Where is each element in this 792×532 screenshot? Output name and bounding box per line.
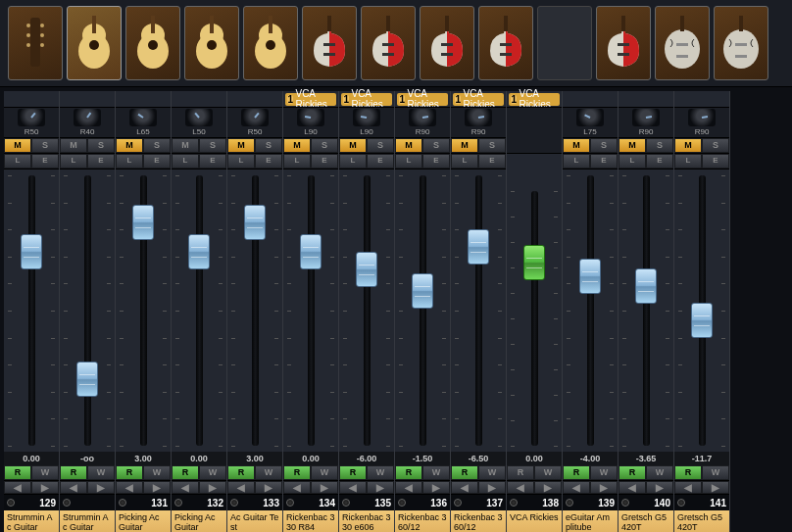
listen-button[interactable]: L <box>60 154 87 169</box>
mute-button[interactable]: M <box>674 138 702 153</box>
fader-track[interactable] <box>643 175 650 446</box>
fader-track[interactable] <box>140 175 147 446</box>
prev-button[interactable]: ◀ <box>4 481 31 494</box>
fader-track[interactable] <box>364 175 371 446</box>
read-button[interactable]: R <box>60 465 87 480</box>
next-button[interactable]: ▶ <box>31 481 59 494</box>
pan-knob[interactable]: .channel:nth-child(11) .knob::after{tran… <box>576 109 604 126</box>
solo-button[interactable]: S <box>31 138 59 153</box>
fader-cap[interactable] <box>300 234 322 269</box>
prev-button[interactable]: ◀ <box>674 481 702 494</box>
fader-cap[interactable] <box>635 268 657 304</box>
solo-button[interactable]: S <box>422 138 450 153</box>
fader-track[interactable] <box>196 175 203 446</box>
mute-button[interactable]: M <box>4 138 31 153</box>
fader-track[interactable] <box>252 175 259 446</box>
prev-button[interactable]: ◀ <box>60 481 87 494</box>
listen-button[interactable]: L <box>674 154 702 169</box>
listen-button[interactable]: L <box>227 154 255 169</box>
next-button[interactable]: ▶ <box>646 481 673 494</box>
record-dot-icon[interactable] <box>286 499 294 507</box>
mute-button[interactable]: M <box>283 138 311 153</box>
record-dot-icon[interactable] <box>621 499 629 507</box>
next-button[interactable]: ▶ <box>478 481 506 494</box>
next-button[interactable]: ▶ <box>534 481 562 494</box>
record-dot-icon[interactable] <box>398 499 406 507</box>
write-button[interactable]: W <box>311 465 338 480</box>
edit-button[interactable]: E <box>31 154 59 169</box>
record-dot-icon[interactable] <box>510 499 518 507</box>
edit-button[interactable]: E <box>702 154 729 169</box>
channel-name[interactable]: Ac Guitar Test <box>227 510 282 532</box>
instrument-thumb[interactable] <box>714 6 768 80</box>
record-dot-icon[interactable] <box>566 499 573 507</box>
instrument-thumb[interactable] <box>243 6 298 80</box>
channel-name[interactable]: Rickenbac 330 e606 <box>339 510 394 532</box>
pan-knob[interactable]: .channel:nth-child(7) .knob::after{trans… <box>353 109 380 126</box>
prev-button[interactable]: ◀ <box>563 481 590 494</box>
channel-name[interactable]: Strummin Ac Guitar <box>4 510 59 532</box>
fader-cap[interactable] <box>188 234 210 269</box>
read-button[interactable]: R <box>172 465 199 480</box>
instrument-thumb[interactable] <box>596 6 651 80</box>
listen-button[interactable]: L <box>619 154 646 169</box>
write-button[interactable]: W <box>367 465 394 480</box>
solo-button[interactable]: S <box>367 138 394 153</box>
read-button[interactable]: R <box>451 465 478 480</box>
fader-track[interactable] <box>84 175 91 446</box>
record-dot-icon[interactable] <box>119 499 126 507</box>
fader-cap[interactable] <box>523 245 545 280</box>
prev-button[interactable]: ◀ <box>451 481 478 494</box>
next-button[interactable]: ▶ <box>590 481 618 494</box>
edit-button[interactable]: E <box>87 154 115 169</box>
record-dot-icon[interactable] <box>677 499 685 507</box>
solo-button[interactable]: S <box>311 138 338 153</box>
solo-button[interactable]: S <box>702 138 729 153</box>
record-dot-icon[interactable] <box>7 499 15 507</box>
fader-cap[interactable] <box>356 252 377 287</box>
prev-button[interactable]: ◀ <box>339 481 367 494</box>
edit-button[interactable]: E <box>590 154 618 169</box>
write-button[interactable]: W <box>534 465 562 480</box>
fader-cap[interactable] <box>244 205 266 240</box>
write-button[interactable]: W <box>199 465 226 480</box>
edit-button[interactable]: E <box>255 154 282 169</box>
vca-tag[interactable]: 1VCA Rickies <box>453 93 504 106</box>
mute-button[interactable]: M <box>116 138 143 153</box>
pan-knob[interactable]: .channel:nth-child(12) .knob::after{tran… <box>632 109 660 126</box>
fader-track[interactable] <box>420 175 426 446</box>
record-dot-icon[interactable] <box>63 499 71 507</box>
write-button[interactable]: W <box>255 465 282 480</box>
fader-track[interactable] <box>475 175 482 446</box>
read-button[interactable]: R <box>116 465 143 480</box>
edit-button[interactable]: E <box>478 154 506 169</box>
prev-button[interactable]: ◀ <box>283 481 311 494</box>
edit-button[interactable]: E <box>311 154 338 169</box>
prev-button[interactable]: ◀ <box>116 481 143 494</box>
write-button[interactable]: W <box>422 465 450 480</box>
mute-button[interactable]: M <box>60 138 87 153</box>
edit-button[interactable]: E <box>199 154 226 169</box>
record-dot-icon[interactable] <box>230 499 238 507</box>
record-dot-icon[interactable] <box>454 499 462 507</box>
solo-button[interactable]: S <box>590 138 618 153</box>
pan-knob[interactable]: .channel:nth-child(4) .knob::after{trans… <box>185 109 213 126</box>
instrument-thumb[interactable] <box>537 6 592 80</box>
channel-name[interactable]: Picking Ac Guitar <box>172 510 226 532</box>
read-button[interactable]: R <box>339 465 367 480</box>
fader-track[interactable] <box>531 191 538 446</box>
fader-cap[interactable] <box>468 229 489 265</box>
channel-name[interactable]: Gretsch G5420T <box>674 510 729 532</box>
write-button[interactable]: W <box>646 465 673 480</box>
next-button[interactable]: ▶ <box>199 481 226 494</box>
instrument-thumb[interactable] <box>184 6 239 80</box>
fader-cap[interactable] <box>579 259 601 294</box>
write-button[interactable]: W <box>31 465 59 480</box>
channel-name[interactable]: VCA Rickies <box>507 510 562 532</box>
solo-button[interactable]: S <box>143 138 171 153</box>
next-button[interactable]: ▶ <box>255 481 282 494</box>
fader-track[interactable] <box>587 175 594 446</box>
pan-knob[interactable]: .channel:nth-child(13) .knob::after{tran… <box>688 109 716 126</box>
pan-knob[interactable]: .channel:nth-child(5) .knob::after{trans… <box>241 109 269 126</box>
instrument-thumb[interactable] <box>8 6 63 80</box>
